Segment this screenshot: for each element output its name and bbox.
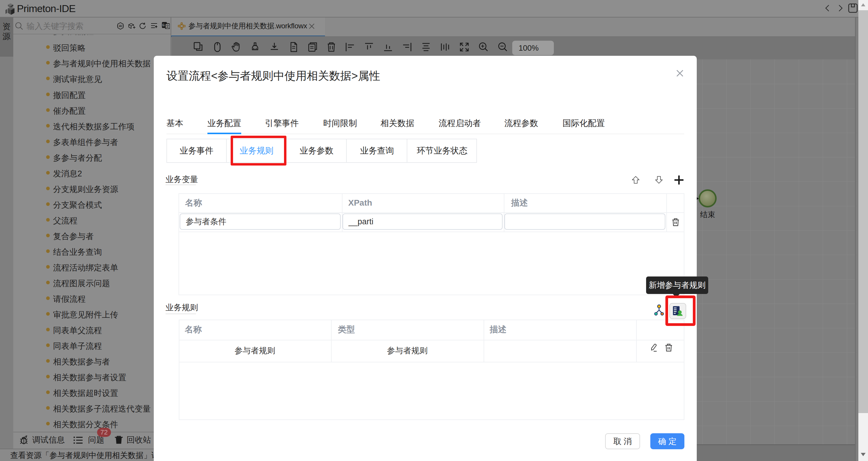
- svg-text:AI: AI: [119, 24, 122, 28]
- svg-text:文: 文: [166, 24, 169, 29]
